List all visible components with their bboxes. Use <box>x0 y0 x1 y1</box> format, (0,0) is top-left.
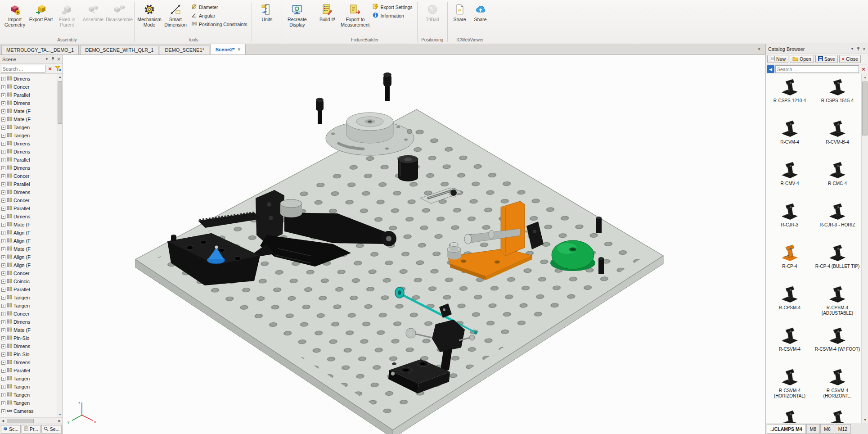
scroll-right-icon[interactable]: ▶ <box>57 418 63 424</box>
tree-item[interactable]: + Dimens <box>1 318 56 326</box>
tree-item[interactable]: + Dimens <box>1 75 56 83</box>
tree-expand-icon[interactable]: + <box>1 328 5 332</box>
catalog-item[interactable]: R-CSVM-4 (HORIZONTAL) <box>766 365 814 407</box>
catalog-search-clear-button[interactable]: × <box>860 66 867 73</box>
recreate-display-button[interactable]: Recreate Display <box>284 1 310 36</box>
search-tab-button[interactable]: Se... <box>41 425 62 434</box>
information-button[interactable]: Information <box>370 12 415 19</box>
triball-button[interactable]: TriBall <box>419 1 445 36</box>
import-geometry-button[interactable]: Import Geometry <box>2 1 28 36</box>
tree-expand-icon[interactable]: + <box>1 223 5 227</box>
tree-item[interactable]: + Mate (F <box>1 115 56 123</box>
tree-item[interactable]: + Mate (F <box>1 221 56 229</box>
scene-tree-hscrollbar[interactable]: ◀ ▶ <box>0 417 63 424</box>
tree-expand-icon[interactable]: + <box>1 369 5 373</box>
tree-expand-icon[interactable]: + <box>1 142 5 146</box>
tree-expand-icon[interactable]: + <box>1 361 5 365</box>
tree-item[interactable]: + Pin-Slo <box>1 334 56 342</box>
tree-expand-icon[interactable]: + <box>1 158 5 162</box>
catalog-item[interactable]: R-CSPS-1515-4 <box>814 75 861 117</box>
catalog-item[interactable]: R-CSVM-4 (HORIZONT... <box>814 365 861 407</box>
tree-item[interactable]: + Align (F <box>1 237 56 245</box>
catalog-scrollbar[interactable]: ▲ ▼ <box>861 74 868 423</box>
scrollbar-thumb[interactable] <box>862 81 868 136</box>
scene-tab-button[interactable]: Sc... <box>1 425 21 434</box>
tree-expand-icon[interactable]: + <box>1 85 5 89</box>
tree-expand-icon[interactable]: + <box>1 134 5 138</box>
tree-item[interactable]: + Concer <box>1 83 56 91</box>
scroll-up-icon[interactable]: ▲ <box>862 74 868 80</box>
tree-expand-icon[interactable]: + <box>1 336 5 340</box>
tree-item[interactable]: + Parallel <box>1 156 56 164</box>
tree-expand-icon[interactable]: + <box>1 409 5 413</box>
catalog-back-button[interactable]: ◀ <box>767 65 774 73</box>
catalog-new-button[interactable]: New <box>767 55 788 63</box>
green-dome-rest[interactable] <box>550 240 595 271</box>
catalog-pin-icon[interactable] <box>856 46 860 52</box>
disassemble-button[interactable]: Disassemble <box>106 1 132 36</box>
scene-search-input[interactable] <box>1 65 45 72</box>
tree-expand-icon[interactable]: + <box>1 312 5 316</box>
tree-item[interactable]: + Tangen <box>1 294 56 302</box>
tree-expand-icon[interactable]: + <box>1 280 5 284</box>
tree-expand-icon[interactable]: + <box>1 353 5 357</box>
viewport-3d[interactable]: z x y <box>63 55 765 434</box>
tree-item[interactable]: + Concer <box>1 196 56 204</box>
scene-pin-icon[interactable] <box>51 57 55 62</box>
catalog-item[interactable]: R-CJR-3 - HORIZ <box>814 199 861 241</box>
tab-metrology-table-demo-1[interactable]: METROLOGY_TA..._DEMO_1 <box>1 45 79 54</box>
tab-close-icon[interactable]: × <box>238 46 241 53</box>
tree-item[interactable]: + Concer <box>1 172 56 180</box>
tree-expand-icon[interactable]: + <box>1 101 5 105</box>
clamp-knob-top[interactable] <box>383 72 391 101</box>
tree-item[interactable]: + Tangen <box>1 399 56 407</box>
scrollbar-thumb[interactable] <box>7 419 34 423</box>
tree-item[interactable]: + Dimens <box>1 164 56 172</box>
export-settings-button[interactable]: Export Settings <box>370 3 415 11</box>
tree-expand-icon[interactable]: + <box>1 199 5 203</box>
units-button[interactable]: Units <box>254 1 280 36</box>
tree-item[interactable]: + Parallel <box>1 204 56 212</box>
tree-expand-icon[interactable]: + <box>1 190 5 194</box>
catalog-item[interactable]: R-CP-4 (BULLET TIP) <box>814 241 861 282</box>
tree-item[interactable]: + Dimens <box>1 342 56 350</box>
tab-demo-scene1[interactable]: DEMO_SCENE1* <box>160 45 209 54</box>
catalog-item[interactable]: R-CJR-3 <box>766 199 814 241</box>
tree-expand-icon[interactable]: + <box>1 304 5 308</box>
tree-item[interactable]: + Coincic <box>1 277 56 285</box>
tree-expand-icon[interactable]: + <box>1 150 5 154</box>
catalog-item[interactable]: R-CMV-4 <box>766 158 814 199</box>
standoff-post[interactable] <box>598 257 604 274</box>
tree-item[interactable]: + Tangen <box>1 302 56 310</box>
tree-item[interactable]: + Parallel <box>1 366 56 375</box>
tree-item[interactable]: + Parallel <box>1 180 56 188</box>
positioning-constraints-button[interactable]: Positioning Constraints <box>189 20 250 28</box>
properties-tab-button[interactable]: Pr... <box>22 425 40 434</box>
tree-item[interactable]: + Tangen <box>1 383 56 391</box>
tree-item[interactable]: + Align (F <box>1 229 56 237</box>
catalog-item[interactable]: R-CPSM-4 <box>766 282 814 324</box>
tree-item[interactable]: + Parallel <box>1 285 56 294</box>
roller-cylinder[interactable] <box>398 155 418 181</box>
catalog-dropdown-icon[interactable]: ▼ <box>850 47 854 51</box>
export-part-button[interactable]: Export Part <box>28 1 54 36</box>
catalog-item[interactable]: R-CP-4 <box>766 241 814 282</box>
tree-item[interactable]: + Dimens <box>1 188 56 196</box>
scroll-up-icon[interactable]: ▲ <box>57 74 63 80</box>
fixed-in-parent-button[interactable]: Fixed in Parent <box>54 1 80 36</box>
tree-expand-icon[interactable]: + <box>1 109 5 113</box>
tree-expand-icon[interactable]: + <box>1 393 5 397</box>
tree-item[interactable]: + Tangen <box>1 375 56 383</box>
catalog-item[interactable]: R-CVM-B-4 <box>814 117 861 158</box>
build-it-button[interactable]: Build It! <box>314 1 340 36</box>
tree-expand-icon[interactable]: + <box>1 247 5 251</box>
tree-item[interactable]: + Align (F <box>1 253 56 261</box>
catalog-item[interactable]: R-CSVM-4 <box>766 324 814 365</box>
tree-expand-icon[interactable]: + <box>1 320 5 324</box>
tree-expand-icon[interactable]: + <box>1 215 5 219</box>
tab-overflow-button[interactable]: ▼ <box>757 47 761 51</box>
scene-dropdown-icon[interactable]: ▼ <box>45 57 49 61</box>
tree-item-cameras[interactable]: + Cameras <box>1 407 56 415</box>
catalog-tab-m8[interactable]: M8 <box>806 424 820 434</box>
tree-expand-icon[interactable]: + <box>1 77 5 81</box>
